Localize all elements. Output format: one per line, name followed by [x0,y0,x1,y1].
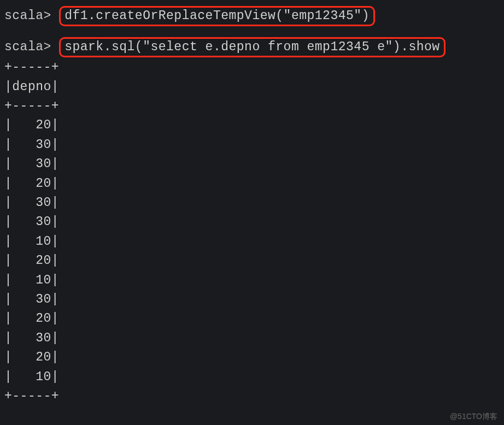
table-row: | 30| [4,212,500,232]
table-row: | 10| [4,232,500,251]
scala-prompt: scala> [4,9,51,23]
table-row: | 10| [4,368,500,387]
table-border-top: +-----+ [4,58,500,77]
highlighted-command-2: spark.sql("select e.depno from emp12345 … [59,37,446,57]
table-border-bottom: +-----+ [4,387,500,406]
table-row: | 20| [4,174,500,193]
table-row: | 30| [4,290,500,309]
table-border-mid: +-----+ [4,97,500,116]
table-row: | 30| [4,329,500,348]
table-row: | 20| [4,251,500,270]
watermark: @51CTO博客 [450,412,497,422]
table-row: | 20| [4,309,500,328]
repl-line-2: scala> spark.sql("select e.depno from em… [4,37,500,58]
table-row: | 10| [4,271,500,290]
highlighted-command-1: df1.createOrReplaceTempView("emp12345") [59,6,375,26]
table-header: |depno| [4,78,500,97]
table-row: | 30| [4,193,500,212]
table-row: | 30| [4,155,500,174]
table-row: | 20| [4,116,500,135]
blank-line [4,27,500,37]
repl-line-1: scala> df1.createOrReplaceTempView("emp1… [4,5,500,27]
table-row: | 30| [4,135,500,155]
table-row: | 20| [4,348,500,367]
scala-prompt: scala> [4,40,51,54]
